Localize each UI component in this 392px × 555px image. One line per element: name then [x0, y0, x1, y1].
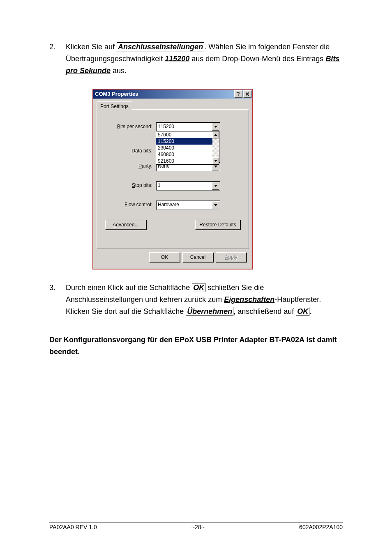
- dropdown-option-selected[interactable]: 115200: [156, 138, 219, 145]
- tab-strip: Port Settings: [97, 101, 249, 109]
- label-data-bits: Data bits:: [105, 147, 156, 155]
- page-footer: PA02AA0 REV 1.0 ~28~ 602A002P2A100: [49, 523, 343, 530]
- footer-left: PA02AA0 REV 1.0: [49, 524, 97, 530]
- step-3-number: 3.: [49, 282, 66, 294]
- scroll-up-button[interactable]: [212, 131, 219, 138]
- chevron-down-icon: [214, 204, 217, 206]
- chevron-down-icon: [214, 185, 217, 187]
- text: .: [309, 307, 311, 315]
- advanced-button[interactable]: Advanced...: [105, 220, 146, 230]
- footer-center: ~28~: [191, 524, 205, 530]
- scroll-track[interactable]: [212, 138, 219, 157]
- dropdown-button[interactable]: [212, 123, 219, 131]
- cancel-button[interactable]: Cancel: [182, 252, 213, 262]
- label-bits-per-second: Bits per second:: [105, 123, 156, 131]
- dropdown-option[interactable]: 57600: [156, 131, 219, 138]
- page: 2. Klicken Sie auf Anschlusseinstellunge…: [0, 0, 392, 555]
- dropdown-option[interactable]: 921600: [156, 158, 219, 164]
- dropdown-option[interactable]: 230400: [156, 145, 219, 151]
- tab-panel: Bits per second: 115200 57600 115200 230…: [97, 109, 249, 249]
- dropdown-button[interactable]: [212, 182, 219, 190]
- boxed-ok-2: OK: [296, 307, 309, 316]
- text: , anschließend auf: [233, 307, 296, 315]
- com3-properties-dialog: COM3 Properties ? Port Settings Bits per: [92, 89, 253, 269]
- chevron-down-icon: [214, 166, 217, 168]
- eigenschaften: Eigenschaften: [224, 295, 274, 304]
- apply-button[interactable]: Apply: [216, 252, 247, 262]
- instructions: 2. Klicken Sie auf Anschlusseinstellunge…: [49, 41, 343, 357]
- text: aus dem Drop-Down-Menü des Eintrags: [189, 55, 325, 63]
- dialog-title: COM3 Properties: [95, 90, 138, 99]
- bits-per-second-value: 115200: [156, 123, 212, 131]
- text: Klicken Sie auf: [66, 43, 117, 51]
- titlebar: COM3 Properties ?: [93, 90, 252, 99]
- chevron-down-icon: [214, 160, 217, 162]
- dropdown-button[interactable]: [212, 201, 219, 209]
- close-icon: [246, 92, 249, 96]
- row-bits-per-second: Bits per second: 115200 57600 115200 230…: [105, 122, 240, 131]
- dialog-button-row: OK Cancel Apply: [97, 249, 249, 265]
- label-flow-control: Flow control:: [105, 201, 156, 209]
- dropdown-scrollbar[interactable]: [212, 131, 219, 164]
- bits-per-second-dropdown[interactable]: 57600 115200 230400 460800 921600: [156, 131, 219, 165]
- stop-bits-combo[interactable]: 1: [156, 181, 220, 191]
- label-parity: Parity:: [105, 162, 156, 170]
- restore-defaults-button[interactable]: Restore Defaults: [195, 220, 240, 230]
- dialog-wrap: COM3 Properties ? Port Settings Bits per: [92, 89, 343, 269]
- step-3: 3. Durch einen Klick auf die Schaltfläch…: [49, 282, 343, 317]
- boxed-anschlusseinstellungen: Anschlusseinstellungen: [117, 42, 204, 51]
- chevron-down-icon: [214, 126, 217, 128]
- step-2-body: Klicken Sie auf Anschlusseinstellungen. …: [66, 41, 343, 76]
- panel-button-row: Advanced... Restore Defaults: [105, 220, 240, 230]
- row-stop-bits: Stop bits: 1: [105, 181, 240, 191]
- footer-right: 602A002P2A100: [299, 524, 343, 530]
- step-2: 2. Klicken Sie auf Anschlusseinstellunge…: [49, 41, 343, 76]
- chevron-up-icon: [214, 134, 217, 136]
- ok-button[interactable]: OK: [149, 252, 180, 262]
- close-button[interactable]: [243, 90, 251, 98]
- tab-port-settings[interactable]: Port Settings: [97, 101, 132, 110]
- dropdown-option[interactable]: 460800: [156, 151, 219, 158]
- dialog-body: Port Settings Bits per second: 115200: [93, 99, 252, 269]
- flow-control-combo[interactable]: Hardware: [156, 200, 220, 210]
- help-button[interactable]: ?: [234, 90, 242, 98]
- row-flow-control: Flow control: Hardware: [105, 200, 240, 210]
- stop-bits-value: 1: [156, 182, 212, 189]
- value-115200: 115200: [165, 55, 189, 63]
- text: Durch einen Klick auf die Schaltfläche: [66, 283, 192, 292]
- finish-paragraph: Der Konfigurationsvorgang für den EPoX U…: [49, 334, 343, 358]
- bits-per-second-combo[interactable]: 115200: [156, 122, 220, 131]
- boxed-ok: OK: [192, 283, 205, 292]
- boxed-uebernehmen: Übernehmen: [186, 307, 233, 316]
- label-stop-bits: Stop bits:: [105, 182, 156, 189]
- step-3-body: Durch einen Klick auf die Schaltfläche O…: [66, 282, 343, 317]
- flow-control-value: Hardware: [156, 201, 212, 209]
- scroll-down-button[interactable]: [212, 157, 219, 164]
- step-2-number: 2.: [49, 41, 66, 53]
- text: aus.: [111, 67, 127, 75]
